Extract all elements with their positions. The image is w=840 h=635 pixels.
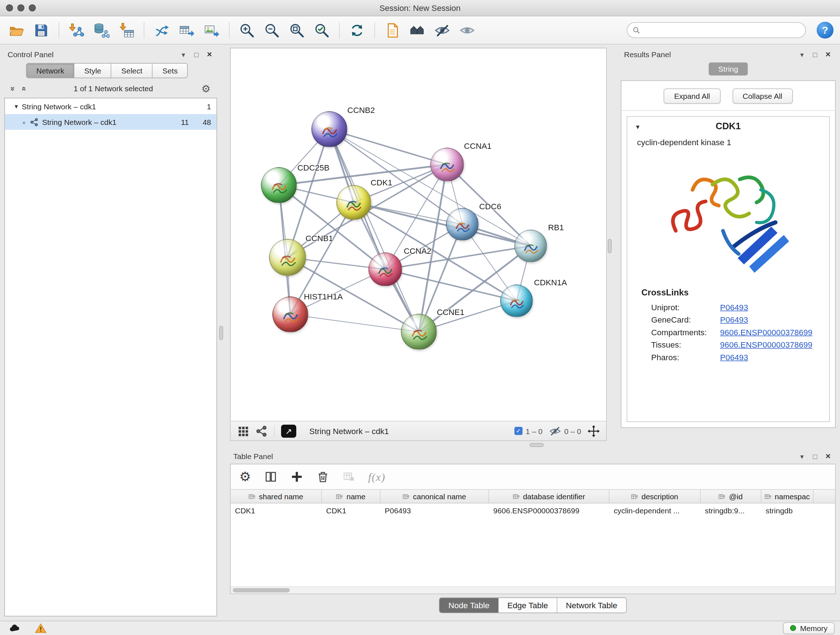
crosslink-link[interactable]: 9606.ENSP00000378699 bbox=[720, 328, 813, 337]
grid-layout-icon[interactable] bbox=[237, 425, 249, 437]
network-node-cdc6[interactable] bbox=[446, 208, 478, 241]
network-node-ccne1[interactable] bbox=[401, 314, 437, 350]
horizontal-splitter-handle[interactable] bbox=[530, 443, 544, 447]
save-session-button[interactable] bbox=[32, 20, 51, 41]
memory-button[interactable]: Memory bbox=[783, 622, 835, 634]
tab-string[interactable]: String bbox=[709, 63, 748, 76]
expand-all-icon[interactable]: » bbox=[19, 86, 28, 91]
tab-network[interactable]: Network bbox=[27, 64, 75, 78]
network-node-ccnb2[interactable] bbox=[311, 111, 347, 147]
float-panel-icon[interactable]: □ bbox=[811, 50, 819, 59]
zoom-in-button[interactable] bbox=[237, 20, 257, 41]
zoom-out-button[interactable] bbox=[262, 20, 282, 41]
create-column-icon[interactable] bbox=[264, 470, 277, 483]
tab-select[interactable]: Select bbox=[111, 64, 153, 78]
scrollbar-thumb[interactable] bbox=[233, 588, 290, 593]
collapse-all-button[interactable]: Collapse All bbox=[732, 89, 793, 104]
table-cell[interactable]: cyclin-dependent ... bbox=[609, 504, 701, 518]
crosslink-link[interactable]: 9606.ENSP00000378699 bbox=[720, 340, 813, 349]
collapse-panel-icon[interactable]: ▾ bbox=[798, 452, 806, 461]
zoom-selected-button[interactable] bbox=[312, 20, 332, 41]
function-builder-icon[interactable]: f(x) bbox=[368, 470, 386, 483]
tab-style[interactable]: Style bbox=[74, 64, 111, 78]
zoom-fit-button[interactable] bbox=[287, 20, 307, 41]
network-edge[interactable] bbox=[330, 129, 447, 165]
birdseye-view-button[interactable]: ↗ bbox=[281, 424, 296, 437]
float-panel-icon[interactable]: □ bbox=[192, 50, 201, 59]
title-bar[interactable]: Session: New Session bbox=[0, 0, 840, 16]
expand-all-button[interactable]: Expand All bbox=[664, 89, 720, 104]
column-header-namespac[interactable]: namespac bbox=[761, 490, 813, 503]
import-network-from-file-button[interactable] bbox=[67, 20, 87, 41]
network-tools-button[interactable] bbox=[152, 20, 172, 41]
table-cell[interactable]: CDK1 bbox=[322, 504, 381, 518]
column-header-canonical-name[interactable]: canonical name bbox=[381, 490, 489, 503]
column-header-database-identifier[interactable]: database identifier bbox=[489, 490, 609, 503]
network-node-cdkn1a[interactable] bbox=[500, 285, 533, 317]
network-edge[interactable] bbox=[330, 129, 419, 332]
column-header-name[interactable]: name bbox=[322, 490, 381, 503]
table-cell[interactable]: P06493 bbox=[381, 504, 489, 518]
export-table-button[interactable] bbox=[177, 20, 196, 41]
hide-selected-button[interactable] bbox=[433, 20, 452, 41]
zoom-window-button[interactable] bbox=[29, 4, 36, 11]
search-input[interactable] bbox=[644, 26, 800, 35]
network-node-hist1h1a[interactable] bbox=[272, 296, 308, 333]
pan-crosshair-icon[interactable] bbox=[588, 425, 600, 437]
warning-icon[interactable] bbox=[32, 623, 50, 633]
horizontal-scrollbar[interactable] bbox=[231, 586, 835, 594]
table-cell[interactable]: CDK1 bbox=[231, 504, 322, 518]
column-header-shared-name[interactable]: shared name bbox=[231, 490, 322, 503]
crosslink-link[interactable]: P06493 bbox=[720, 353, 748, 362]
tab-network-table[interactable]: Network Table bbox=[557, 598, 626, 613]
network-canvas[interactable]: CCNB2CCNA1CDC25BCDK1CDC6RB1CCNB1CCNA2CDK… bbox=[231, 49, 606, 421]
copy-document-button[interactable] bbox=[383, 20, 402, 41]
close-window-button[interactable] bbox=[6, 4, 13, 11]
crosslink-link[interactable]: P06493 bbox=[720, 302, 748, 312]
import-network-from-database-button[interactable] bbox=[92, 20, 111, 41]
network-node-ccna1[interactable] bbox=[431, 148, 464, 181]
network-node-ccnb1[interactable] bbox=[269, 239, 306, 276]
apply-layout-button[interactable] bbox=[347, 20, 367, 41]
table-settings-gear-icon[interactable]: ⚙ bbox=[240, 469, 251, 485]
close-panel-icon[interactable]: × bbox=[205, 50, 214, 59]
network-row-selected[interactable]: ● String Network – cdk1 11 48 bbox=[5, 114, 217, 130]
share-network-icon[interactable] bbox=[256, 425, 268, 437]
column-header-description[interactable]: description bbox=[609, 490, 701, 503]
left-splitter-handle[interactable] bbox=[219, 326, 223, 340]
column-header--id[interactable]: @id bbox=[701, 490, 761, 503]
close-panel-icon[interactable]: × bbox=[824, 50, 832, 59]
table-cell[interactable]: stringdb:9... bbox=[701, 504, 761, 518]
table-cell[interactable]: stringdb bbox=[761, 504, 813, 518]
help-button[interactable]: ? bbox=[817, 22, 834, 39]
tab-edge-table[interactable]: Edge Table bbox=[499, 598, 557, 613]
collapse-panel-icon[interactable]: ▾ bbox=[798, 50, 806, 59]
network-node-cdc25b[interactable] bbox=[261, 167, 297, 203]
network-node-cdk1[interactable] bbox=[336, 185, 371, 220]
network-node-ccna2[interactable] bbox=[369, 253, 402, 287]
show-all-button[interactable] bbox=[458, 20, 477, 41]
gear-icon[interactable]: ⚙ bbox=[201, 82, 210, 95]
first-neighbors-button[interactable] bbox=[408, 20, 427, 41]
right-splitter-handle[interactable] bbox=[608, 239, 612, 253]
collapse-all-icon[interactable]: » bbox=[9, 86, 18, 91]
delete-trash-icon[interactable] bbox=[316, 470, 329, 483]
add-row-plus-icon[interactable] bbox=[290, 470, 303, 483]
open-session-button[interactable] bbox=[6, 20, 26, 41]
network-edge[interactable] bbox=[385, 269, 516, 301]
accordion-caret-icon[interactable]: ▾ bbox=[636, 122, 639, 131]
float-panel-icon[interactable]: □ bbox=[811, 452, 819, 461]
network-edge[interactable] bbox=[354, 203, 531, 246]
hidden-eye-slash-icon[interactable] bbox=[549, 425, 561, 437]
import-table-from-file-button[interactable] bbox=[117, 20, 136, 41]
selected-checkbox-icon[interactable]: ✓ bbox=[515, 427, 523, 435]
cloud-icon[interactable] bbox=[5, 623, 24, 633]
network-edge[interactable] bbox=[291, 315, 419, 332]
table-row[interactable]: CDK1CDK1P064939606.ENSP00000378699cyclin… bbox=[231, 504, 835, 518]
minimize-window-button[interactable] bbox=[17, 4, 25, 11]
network-node-rb1[interactable] bbox=[515, 230, 547, 263]
table-cell[interactable]: 9606.ENSP00000378699 bbox=[489, 504, 609, 518]
network-collection-row[interactable]: ▾ String Network – cdk1 1 bbox=[5, 98, 217, 114]
tab-node-table[interactable]: Node Table bbox=[440, 598, 499, 613]
tree-expand-icon[interactable]: ▾ bbox=[15, 103, 18, 110]
